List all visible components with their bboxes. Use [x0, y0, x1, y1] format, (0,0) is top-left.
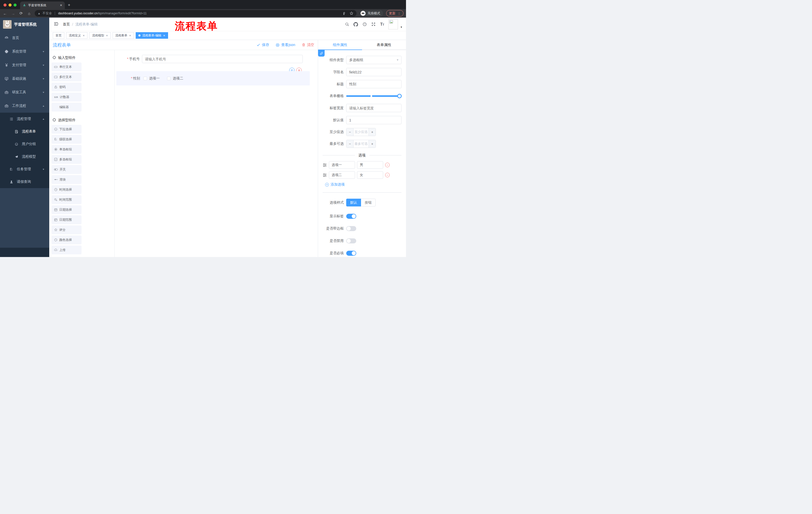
bookmark-star-icon[interactable]	[349, 11, 353, 15]
required-switch[interactable]	[346, 251, 356, 256]
sidebar-item-system[interactable]: 系统管理 ▼	[0, 45, 49, 58]
option-value-input[interactable]	[357, 171, 383, 179]
fullscreen-icon[interactable]	[371, 22, 376, 27]
border-switch[interactable]	[346, 226, 356, 231]
component-card-color-picker[interactable]: 颜色选择	[52, 236, 81, 244]
avatar[interactable]	[388, 19, 398, 29]
increment-button[interactable]: +	[369, 140, 376, 147]
tag-close-icon[interactable]: ✕	[129, 34, 131, 37]
collapse-sidebar-icon[interactable]	[49, 22, 63, 27]
minimize-window-button[interactable]	[8, 3, 11, 6]
option-label-input[interactable]	[329, 171, 355, 179]
component-card-switch[interactable]: 开关	[52, 165, 81, 174]
url-text[interactable]: dashboard.yudao.iocoder.cn/bpm/manager/f…	[58, 11, 146, 15]
logo-row[interactable]: 芋道管理系统	[0, 18, 49, 31]
sidebar-item-user-group[interactable]: 用户分组	[0, 138, 49, 151]
clear-button[interactable]: 清空	[302, 43, 314, 47]
breadcrumb-home[interactable]: 首页	[63, 22, 70, 27]
component-card-slider[interactable]: 滑块	[52, 175, 81, 184]
sidebar-item-devtools[interactable]: 研发工具 ▼	[0, 85, 49, 99]
component-card-select[interactable]: 下拉选择	[52, 125, 81, 134]
tag-process-model[interactable]: 流程模型✕	[89, 32, 111, 39]
not-secure-icon[interactable]: ▲	[38, 12, 40, 15]
component-card-multi-text[interactable]: 多行文本	[52, 73, 81, 81]
gender-option-1[interactable]: 选项一	[143, 76, 160, 81]
zoom-window-button[interactable]	[13, 3, 17, 6]
tag-process-form[interactable]: 流程表单✕	[113, 32, 134, 39]
component-card-editor[interactable]: 编辑器	[52, 103, 81, 111]
remove-option-button[interactable]: −	[385, 163, 390, 167]
max-select-value[interactable]: 最多可选	[353, 140, 369, 147]
reload-icon[interactable]: ⟳	[19, 11, 24, 16]
address-bar[interactable]: ▲ 不安全 dashboard.yudao.iocoder.cn/bpm/man…	[35, 10, 356, 17]
link-tab-button[interactable]	[318, 50, 325, 57]
component-card-time-picker[interactable]: 时间选择	[52, 185, 81, 194]
back-icon[interactable]: ←	[2, 11, 7, 16]
component-card-single-text[interactable]: 单行文本	[52, 63, 81, 71]
checkbox-icon[interactable]	[167, 77, 171, 80]
tag-process-definition[interactable]: 流程定义✕	[66, 32, 87, 39]
phone-input[interactable]	[142, 55, 303, 63]
component-card-cascader[interactable]: 级联选择	[52, 135, 81, 143]
sidebar-item-payment[interactable]: 支付管理 ▼	[0, 58, 49, 72]
avatar-caret-icon[interactable]: ▼	[400, 26, 403, 28]
min-select-value[interactable]: 至少应选	[353, 128, 369, 136]
window-controls[interactable]	[0, 3, 20, 9]
update-button[interactable]: 更新 ⋮	[386, 10, 404, 17]
drag-handle-icon[interactable]	[323, 173, 327, 177]
label-width-input[interactable]	[346, 104, 402, 112]
font-size-icon[interactable]: TT	[380, 22, 385, 27]
view-json-button[interactable]: 查看json	[276, 43, 295, 47]
grid-slider[interactable]	[346, 95, 400, 97]
sidebar-item-leave-query[interactable]: 请假查询	[0, 175, 49, 188]
gender-option-2[interactable]: 选项二	[167, 76, 183, 81]
sidebar-item-home[interactable]: 首页	[0, 31, 49, 45]
close-window-button[interactable]	[3, 3, 6, 6]
show-label-switch[interactable]	[346, 214, 356, 219]
forward-icon[interactable]: →	[10, 11, 16, 16]
checkbox-icon[interactable]	[143, 77, 147, 80]
component-card-counter[interactable]: 123计数器	[52, 93, 81, 101]
new-tab-button[interactable]: +	[68, 2, 70, 7]
component-card-date-picker[interactable]: 日期选择	[52, 206, 81, 214]
tag-home[interactable]: 首页	[53, 32, 64, 39]
component-card-rate[interactable]: 评分	[52, 225, 81, 234]
sidebar-item-process-form[interactable]: 流程表单	[0, 125, 49, 138]
tag-close-icon[interactable]: ✕	[83, 34, 85, 37]
sidebar-item-workflow[interactable]: 工作流程 ▲	[0, 99, 49, 113]
component-card-radio-group[interactable]: 单选框组	[52, 145, 81, 154]
disabled-switch[interactable]	[346, 238, 356, 243]
component-card-password[interactable]: 密码	[52, 83, 81, 91]
sidebar-item-process-model[interactable]: 流程模型	[0, 151, 49, 163]
selected-component-gender[interactable]: *性别 选项一 选项二	[116, 71, 310, 85]
sidebar-item-process-mgmt[interactable]: 流程管理 ▲	[0, 113, 49, 125]
option-label-input[interactable]	[329, 161, 355, 169]
tag-process-form-edit[interactable]: 流程表单-编辑✕	[136, 32, 168, 39]
field-name-input[interactable]	[346, 68, 402, 76]
tab-component-props[interactable]: 组件属性	[318, 40, 362, 50]
component-card-checkbox-group[interactable]: 多选框组	[52, 155, 81, 164]
decrement-button[interactable]: −	[346, 128, 353, 136]
tag-close-icon[interactable]: ✕	[163, 34, 165, 37]
style-button-button[interactable]: 按钮	[361, 199, 376, 207]
password-key-icon[interactable]	[342, 11, 346, 15]
search-icon[interactable]	[344, 22, 349, 27]
component-type-select[interactable]	[346, 56, 402, 64]
slider-handle[interactable]	[397, 94, 402, 98]
save-button[interactable]: 保存	[257, 43, 269, 47]
option-value-input[interactable]	[357, 161, 383, 169]
remove-option-button[interactable]: −	[385, 173, 390, 177]
github-icon[interactable]	[353, 22, 358, 27]
add-option-button[interactable]: + 添加选项	[325, 182, 402, 187]
browser-tab[interactable]: 芋道管理系统 ✕	[20, 1, 65, 9]
decrement-button[interactable]: −	[346, 140, 353, 147]
component-card-time-range[interactable]: 时间范围	[52, 195, 81, 204]
help-icon[interactable]: ?	[362, 22, 367, 27]
tag-close-icon[interactable]: ✕	[106, 34, 108, 37]
browser-menu-icon[interactable]: ⋮	[398, 11, 401, 15]
title-input[interactable]	[346, 80, 402, 88]
tab-form-props[interactable]: 表单属性	[362, 40, 406, 50]
component-card-date-range[interactable]: 日期范围	[52, 216, 81, 224]
increment-button[interactable]: +	[369, 128, 376, 136]
default-value-input[interactable]	[346, 116, 402, 124]
